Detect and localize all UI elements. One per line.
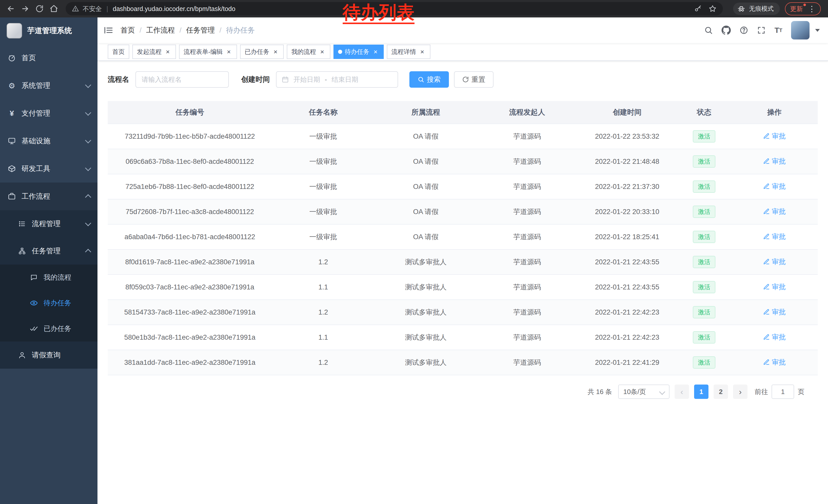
close-icon[interactable]: ×: [225, 48, 233, 55]
sidebar-item-task-mgmt[interactable]: 任务管理: [0, 237, 97, 265]
col-task-name: 任务名称: [272, 101, 374, 124]
tab-home[interactable]: 首页: [108, 45, 129, 59]
cell-status: 激活: [677, 325, 731, 350]
help-icon[interactable]: [740, 26, 748, 35]
col-process: 所属流程: [374, 101, 477, 124]
tab-process-detail[interactable]: 流程详情 ×: [387, 45, 430, 59]
tab-done-tasks[interactable]: 已办任务 ×: [240, 45, 284, 59]
cell-task-id: 580e1b3d-7ac8-11ec-a9e2-a2380e71991a: [108, 325, 272, 350]
fullscreen-icon[interactable]: [757, 26, 766, 35]
cell-task-name: 一级审批: [272, 149, 374, 174]
range-separator: -: [325, 76, 327, 84]
forward-icon[interactable]: [18, 2, 32, 15]
approve-link[interactable]: 审批: [763, 282, 786, 291]
page-size-select[interactable]: 10条/页: [618, 384, 669, 399]
sidebar-item-todo-tasks[interactable]: 待办任务: [0, 290, 97, 316]
cell-initiator: 芋道源码: [477, 224, 577, 249]
status-badge: 激活: [693, 331, 715, 343]
tab-form-edit[interactable]: 流程表单-编辑 ×: [179, 45, 237, 59]
search-button[interactable]: 搜索: [409, 71, 449, 88]
close-icon[interactable]: ×: [319, 48, 326, 55]
app-root: 芋道管理系统 首页 ⚙ 系统管理 ¥ 支付管理: [0, 17, 828, 504]
cell-status: 激活: [677, 149, 731, 174]
next-page-button[interactable]: ›: [733, 384, 747, 399]
briefcase-icon: [7, 192, 16, 201]
search-icon[interactable]: [704, 26, 713, 35]
sidebar-item-label: 任务管理: [32, 246, 60, 256]
approve-link[interactable]: 审批: [763, 358, 786, 367]
avatar[interactable]: [791, 21, 810, 40]
breadcrumb-item-home[interactable]: 首页: [121, 26, 135, 35]
close-icon[interactable]: ×: [419, 48, 426, 55]
app-logo: [7, 23, 22, 39]
cell-action: 审批: [731, 199, 818, 224]
page-button-2[interactable]: 2: [714, 384, 728, 399]
approve-link[interactable]: 审批: [763, 257, 786, 266]
cell-created: 2022-01-21 22:41:29: [577, 350, 677, 375]
edit-icon: [763, 334, 770, 340]
hamburger-icon[interactable]: [97, 26, 121, 35]
github-icon[interactable]: [721, 26, 731, 35]
url-separator: |: [107, 5, 108, 12]
caret-down-icon[interactable]: [815, 29, 820, 32]
sidebar-item-label: 首页: [22, 53, 36, 63]
goto-page-input[interactable]: [772, 384, 794, 399]
sidebar-item-workflow[interactable]: 工作流程: [0, 183, 97, 210]
task-table-body: 73211d9d-7b9b-11ec-b5b7-acde48001122一级审批…: [108, 124, 818, 375]
font-size-icon[interactable]: TT: [774, 27, 782, 34]
bookmark-star-icon[interactable]: [708, 5, 717, 13]
update-button[interactable]: 更新 ⋮: [785, 2, 821, 15]
navbar-right: TT: [704, 21, 828, 40]
tab-start-process[interactable]: 发起流程 ×: [132, 45, 176, 59]
sidebar-item-process-mgmt[interactable]: 流程管理: [0, 210, 97, 237]
approve-link[interactable]: 审批: [763, 332, 786, 342]
sidebar-item-leave-query[interactable]: 请假查询: [0, 341, 97, 369]
process-name-input[interactable]: [135, 71, 229, 88]
chevron-down-icon: [85, 220, 91, 226]
col-actions: 操作: [731, 101, 818, 124]
sidebar-item-done-tasks[interactable]: 已办任务: [0, 316, 97, 341]
cell-task-id: 58154733-7ac8-11ec-a9e2-a2380e71991a: [108, 300, 272, 325]
approve-link[interactable]: 审批: [763, 307, 786, 317]
sidebar-logo[interactable]: 芋道管理系统: [0, 17, 97, 44]
status-badge: 激活: [693, 205, 715, 218]
close-icon[interactable]: ×: [272, 48, 279, 55]
sidebar-item-infra[interactable]: 基础设施: [0, 127, 97, 155]
pagination: 共 16 条 10条/页 ‹ 1 2 › 前往 页: [108, 384, 804, 399]
chevron-down-icon: [85, 137, 91, 143]
status-badge: 激活: [693, 231, 715, 243]
cell-status: 激活: [677, 300, 731, 325]
approve-link[interactable]: 审批: [763, 182, 786, 191]
date-range-picker[interactable]: 开始日期 - 结束日期: [276, 71, 398, 88]
filter-bar: 流程名 创建时间 开始日期 - 结束日期 搜索: [108, 71, 804, 88]
refresh-icon[interactable]: [33, 2, 46, 15]
table-row: a6aba0a4-7b6d-11ec-b781-acde48001122一级审批…: [108, 224, 818, 249]
address-bar[interactable]: 不安全 | dashboard.yudao.iocoder.cn/bpm/tas…: [66, 2, 723, 15]
prev-page-button[interactable]: ‹: [675, 384, 689, 399]
sidebar-item-system[interactable]: ⚙ 系统管理: [0, 72, 97, 99]
close-icon[interactable]: ×: [164, 48, 171, 55]
cell-initiator: 芋道源码: [477, 249, 577, 275]
menu-dots-icon[interactable]: ⋮: [807, 4, 816, 13]
close-icon[interactable]: ×: [372, 48, 379, 55]
back-icon[interactable]: [4, 2, 17, 15]
page-button-1[interactable]: 1: [694, 384, 708, 399]
sidebar-item-home[interactable]: 首页: [0, 44, 97, 72]
tab-todo-tasks[interactable]: 待办任务 ×: [333, 45, 384, 59]
approve-link[interactable]: 审批: [763, 132, 786, 141]
home-icon[interactable]: [47, 2, 60, 15]
start-date-placeholder: 开始日期: [293, 75, 320, 84]
cell-status: 激活: [677, 174, 731, 199]
approve-link[interactable]: 审批: [763, 232, 786, 241]
approve-link[interactable]: 审批: [763, 156, 786, 166]
tab-my-process[interactable]: 我的流程 ×: [287, 45, 330, 59]
sidebar-item-payment[interactable]: ¥ 支付管理: [0, 99, 97, 127]
reset-button[interactable]: 重置: [454, 71, 494, 88]
sidebar-item-devtools[interactable]: 研发工具: [0, 155, 97, 183]
incognito-badge: 无痕模式: [733, 3, 780, 15]
cell-created: 2022-01-22 23:53:32: [577, 124, 677, 149]
key-icon[interactable]: [694, 5, 702, 12]
chat-bubble-icon: [29, 273, 38, 282]
sidebar-item-my-process[interactable]: 我的流程: [0, 265, 97, 290]
approve-link[interactable]: 审批: [763, 207, 786, 216]
